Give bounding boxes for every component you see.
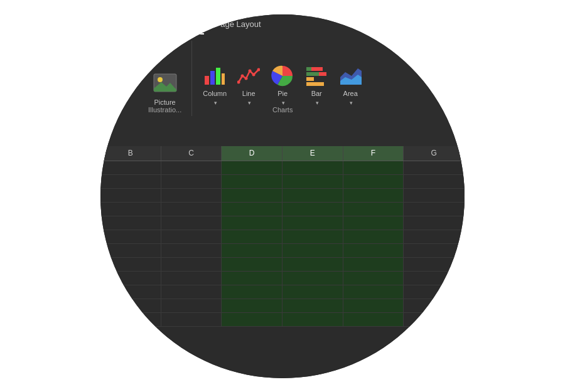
- pie-chart-icon: [271, 65, 294, 87]
- svg-rect-6: [222, 73, 225, 85]
- bar-chevron: ▾: [316, 100, 319, 106]
- ribbon-item-area[interactable]: Area ▾: [338, 65, 363, 106]
- app-window: Insert Page Layout Picture: [100, 14, 465, 378]
- svg-rect-17: [311, 67, 323, 71]
- cell-F1[interactable]: [343, 161, 404, 174]
- cell-B1[interactable]: [100, 161, 161, 174]
- ribbon-item-line[interactable]: Line ▾: [236, 65, 261, 106]
- table-row: [100, 313, 465, 327]
- tab-insert[interactable]: Insert: [163, 14, 204, 34]
- ribbon: Insert Page Layout Picture: [100, 14, 465, 146]
- svg-rect-14: [306, 72, 319, 76]
- picture-icon: [153, 71, 178, 96]
- col-header-B[interactable]: B: [100, 146, 161, 161]
- table-row: [100, 230, 465, 244]
- pie-chevron: ▾: [282, 100, 285, 106]
- line-chart-icon: [237, 65, 260, 87]
- ribbon-item-bar[interactable]: Bar ▾: [304, 65, 329, 106]
- group-charts: Column ▾ Li: [192, 41, 373, 116]
- tab-page-layout[interactable]: Page Layout: [205, 14, 271, 34]
- line-chevron: ▾: [248, 100, 251, 106]
- svg-rect-18: [319, 72, 326, 76]
- ribbon-item-pie[interactable]: Pie ▾: [270, 65, 295, 106]
- svg-rect-4: [210, 71, 215, 85]
- spreadsheet: B C D E F G: [100, 146, 465, 378]
- illustrations-items: Picture: [153, 41, 178, 106]
- col-header-E[interactable]: E: [282, 146, 343, 161]
- svg-point-10: [249, 69, 252, 72]
- table-row: [100, 161, 465, 175]
- column-headers: B C D E F G: [100, 146, 465, 161]
- table-row: [100, 285, 465, 299]
- charts-group-label: Charts: [202, 106, 363, 116]
- bar-label: Bar: [311, 90, 322, 97]
- col-header-F[interactable]: F: [343, 146, 404, 161]
- cell-E1[interactable]: [282, 161, 343, 174]
- area-label: Area: [343, 90, 358, 97]
- cell-D1[interactable]: [222, 161, 282, 174]
- col-header-D[interactable]: D: [222, 146, 282, 161]
- svg-point-1: [158, 77, 163, 82]
- charts-items: Column ▾ Li: [202, 41, 363, 106]
- column-chevron: ▾: [214, 100, 217, 106]
- svg-point-8: [241, 74, 244, 77]
- svg-point-9: [245, 77, 248, 80]
- area-chart-icon: [339, 65, 362, 87]
- svg-rect-3: [205, 76, 209, 85]
- svg-point-11: [252, 73, 256, 76]
- svg-rect-15: [306, 77, 314, 81]
- col-header-C[interactable]: C: [161, 146, 222, 161]
- table-row: [100, 175, 465, 189]
- svg-rect-13: [306, 67, 311, 71]
- illustrations-group-label: Illustratio...: [148, 106, 181, 116]
- svg-rect-5: [216, 68, 220, 85]
- area-chevron: ▾: [350, 100, 353, 106]
- table-row: [100, 258, 465, 272]
- table-row: [100, 244, 465, 258]
- ribbon-content: Picture Illustratio...: [100, 34, 465, 122]
- group-illustrations: Picture Illustratio...: [138, 41, 192, 116]
- table-row: [100, 272, 465, 285]
- cell-C1[interactable]: [161, 161, 222, 174]
- cell-G1[interactable]: [404, 161, 465, 174]
- ribbon-item-column[interactable]: Column ▾: [202, 65, 227, 106]
- column-label: Column: [203, 90, 227, 97]
- ribbon-item-picture[interactable]: Picture: [153, 71, 178, 106]
- col-header-G[interactable]: G: [404, 146, 465, 161]
- pie-label: Pie: [277, 90, 288, 97]
- line-label: Line: [242, 90, 256, 97]
- column-chart-icon: [203, 65, 226, 87]
- grid-rows: [100, 161, 465, 327]
- svg-rect-16: [306, 82, 324, 86]
- table-row: [100, 299, 465, 313]
- bar-chart-icon: [305, 65, 328, 87]
- table-row: [100, 203, 465, 216]
- ribbon-tabs: Insert Page Layout: [100, 14, 465, 34]
- table-row: [100, 189, 465, 203]
- table-row: [100, 216, 465, 230]
- picture-label: Picture: [154, 98, 175, 106]
